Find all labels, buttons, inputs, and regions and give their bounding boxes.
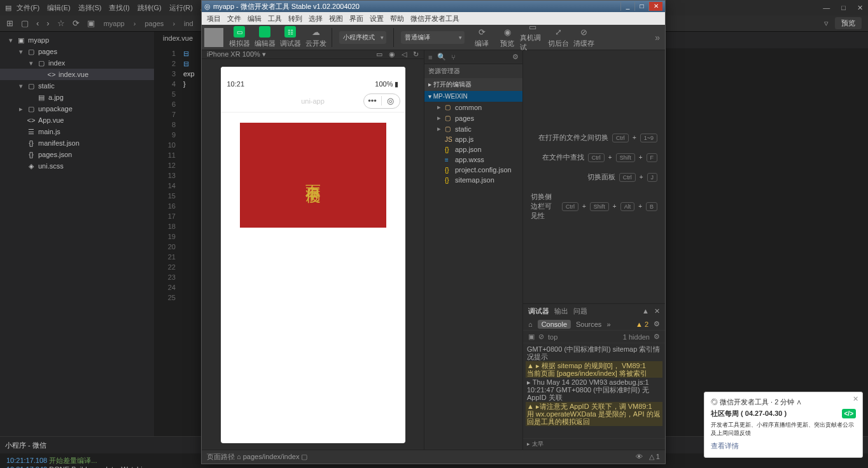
footer-eye-icon[interactable]: 👁 — [636, 453, 643, 461]
exp-search-icon[interactable]: 🔍 — [437, 53, 446, 61]
wx-menu-item[interactable]: 设置 — [370, 14, 384, 24]
tree-item[interactable]: ▾▢index — [0, 57, 154, 69]
wx-menu-item[interactable]: 界面 — [349, 14, 363, 24]
refresh-icon[interactable]: ⟳ — [73, 18, 80, 28]
more-icon[interactable]: » — [650, 32, 665, 43]
console-body[interactable]: GMT+0800 (中国标准时间) sitemap 索引情况提示▲ ▸ 根据 s… — [523, 343, 665, 438]
notification-popup[interactable]: ✕ ◎ 微信开发者工具 · 2 分钟 ∧ 社区每周 ( 04.27-04.30 … — [704, 392, 863, 458]
tree-item[interactable]: <>App.vue — [0, 114, 154, 126]
exp-settings-icon[interactable]: ⚙ — [512, 53, 519, 61]
dbg-sources-tab[interactable]: Sources — [576, 320, 601, 328]
maximize-icon[interactable]: □ — [841, 4, 846, 12]
explorer-item[interactable]: ≡app.wxss — [424, 155, 522, 165]
wx-menu-item[interactable]: 转到 — [288, 14, 302, 24]
wx-menu-item[interactable]: 选择 — [309, 14, 323, 24]
dbg-more-icon[interactable]: » — [606, 320, 610, 328]
wx-menu-item[interactable]: 微信开发者工具 — [410, 14, 459, 24]
dbg-dock-icon[interactable]: ▣ — [528, 333, 535, 341]
explorer-item[interactable]: JSapp.js — [424, 134, 522, 144]
dbg-settings-icon[interactable]: ⚙ — [654, 333, 660, 341]
dbg-tab-problems[interactable]: 问题 — [573, 306, 587, 316]
capsule-close-icon[interactable]: ◎ — [382, 96, 400, 106]
dbg-clear-icon[interactable]: ⊘ — [538, 333, 544, 341]
menu-select[interactable]: 选择(S) — [78, 3, 102, 13]
crumb-2[interactable]: ind — [184, 20, 193, 27]
wx-max-icon[interactable]: □ — [634, 2, 648, 11]
menu-edit[interactable]: 编辑(E) — [47, 3, 71, 13]
wx-action-编译[interactable]: ⟳编译 — [469, 25, 494, 50]
project-section[interactable]: ▾ MP-WEIXIN — [424, 91, 522, 102]
menu-find[interactable]: 查找(I) — [109, 3, 129, 13]
tree-item[interactable]: ☰main.js — [0, 126, 154, 137]
device-dropdown[interactable]: iPhone XR 100% ▾ — [207, 50, 266, 59]
wx-menu-item[interactable]: 文件 — [227, 14, 241, 24]
send-icon[interactable]: ◁ — [402, 50, 407, 59]
dbg-tab-output[interactable]: 输出 — [554, 306, 568, 316]
wx-action-预览[interactable]: ◉预览 — [494, 25, 520, 50]
tree-item[interactable]: {}manifest.json — [0, 137, 154, 149]
close-icon[interactable]: ✕ — [857, 4, 863, 12]
dbg-elements-icon[interactable]: ⌂ — [528, 320, 533, 328]
terminal-icon[interactable]: ▢ — [21, 18, 29, 28]
dbg-context[interactable]: top — [548, 333, 557, 341]
wx-menu-item[interactable]: 工具 — [268, 14, 282, 24]
preview-button[interactable]: 预览 — [835, 17, 862, 29]
record-icon[interactable]: ◉ — [389, 50, 395, 59]
wx-tool-模拟器[interactable]: ▭模拟器 — [227, 25, 252, 50]
notif-close-icon[interactable]: ✕ — [853, 395, 858, 403]
wx-action-真机调试[interactable]: ▭真机调试 — [520, 25, 545, 50]
notif-link[interactable]: 查看详情 — [711, 441, 856, 451]
menu-run[interactable]: 运行(R) — [169, 3, 193, 13]
compile-dropdown[interactable]: 普通编译 — [401, 31, 465, 44]
explorer-item[interactable]: {}project.config.json — [424, 165, 522, 175]
footer-path[interactable]: 页面路径 ⌂ pages/index/index ▢ — [207, 452, 308, 462]
wx-min-icon[interactable]: _ — [620, 2, 634, 11]
tree-item[interactable]: ▾▢static — [0, 80, 154, 92]
wx-close-icon[interactable]: ✕ — [648, 2, 662, 11]
file-tree[interactable]: ▾▣myapp▾▢pages▾▢index<>index.vue▾▢static… — [0, 32, 154, 174]
nav-back-icon[interactable]: ‹ — [36, 18, 39, 28]
capsule-button[interactable]: ••• ◎ — [363, 93, 400, 109]
explorer-icon[interactable]: ⊞ — [6, 18, 13, 28]
wx-menu-item[interactable]: 项目 — [207, 14, 221, 24]
dbg-console-tab[interactable]: Console — [538, 320, 571, 329]
exp-branch-icon[interactable]: ⑂ — [451, 53, 456, 61]
wx-tool-云开发[interactable]: ☁云开发 — [303, 25, 328, 50]
wx-action-清缓存[interactable]: ⊘清缓存 — [571, 25, 596, 50]
wx-menu-item[interactable]: 帮助 — [390, 14, 404, 24]
tree-item[interactable]: {}pages.json — [0, 149, 154, 160]
menu-goto[interactable]: 跳转(G) — [137, 3, 162, 13]
tree-item[interactable]: ◈uni.scss — [0, 160, 154, 172]
tree-item[interactable]: ▤a.jpg — [0, 92, 154, 103]
wx-menu-item[interactable]: 视图 — [329, 14, 343, 24]
editor-tab[interactable]: index.vue — [154, 32, 202, 48]
wx-tool-编辑器[interactable]: 编辑器 — [252, 25, 277, 50]
wx-tool-调试器[interactable]: ☷调试器 — [277, 25, 303, 50]
tree-item[interactable]: ▾▢pages — [0, 46, 154, 57]
star-icon[interactable]: ☆ — [57, 18, 65, 28]
explorer-item[interactable]: ▸▢pages — [424, 113, 522, 123]
tree-item[interactable]: ▸▢unpackage — [0, 103, 154, 114]
terminal-tab[interactable]: 小程序 - 微信 — [5, 441, 46, 450]
minimize-icon[interactable]: — — [823, 4, 830, 12]
exp-list-icon[interactable]: ≡ — [428, 53, 432, 61]
open-editors-section[interactable]: ▸ 打开的编辑器 — [424, 78, 522, 91]
device-icon[interactable]: ▭ — [376, 50, 382, 59]
tree-item[interactable]: ▾▣myapp — [0, 34, 154, 46]
menu-file[interactable]: 文件(F) — [17, 3, 39, 13]
explorer-item[interactable]: {}app.json — [424, 144, 522, 155]
crumb-0[interactable]: myapp — [104, 20, 125, 27]
filter-icon[interactable]: ▿ — [824, 18, 829, 28]
dbg-close-icon[interactable]: ✕ — [654, 307, 660, 315]
nav-fwd-icon[interactable]: › — [46, 18, 49, 28]
dbg-pop-icon[interactable]: ▲ — [642, 307, 649, 315]
explorer-item[interactable]: ▸▢common — [424, 102, 522, 113]
tree-item[interactable]: <>index.vue — [0, 69, 154, 80]
dbg-warnings[interactable]: ▲ 2 — [636, 320, 648, 328]
avatar[interactable] — [204, 28, 223, 47]
capsule-more-icon[interactable]: ••• — [364, 96, 382, 106]
explorer-item[interactable]: ▸▢static — [424, 123, 522, 134]
wx-action-切后台[interactable]: ⤢切后台 — [545, 25, 571, 50]
rotate-icon[interactable]: ↻ — [413, 50, 419, 59]
footer-bell[interactable]: △ 1 — [649, 453, 660, 461]
